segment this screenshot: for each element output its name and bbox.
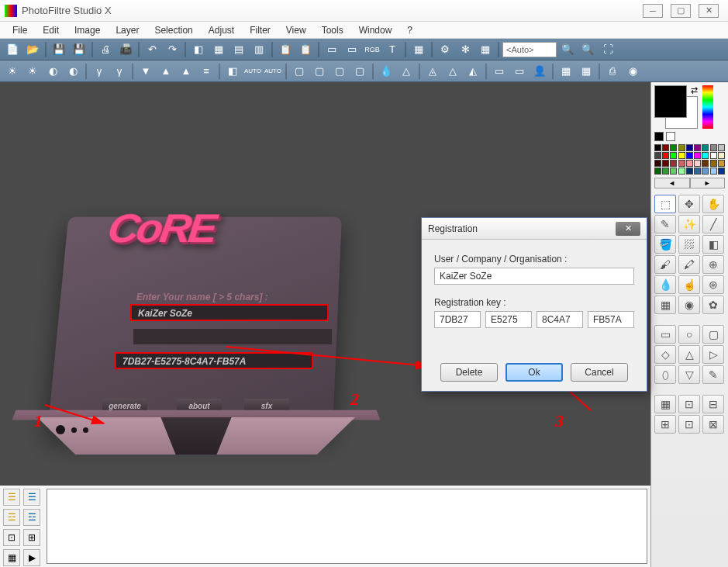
- shape-poly-icon[interactable]: ▽: [678, 365, 700, 384]
- palette-color[interactable]: [686, 144, 693, 151]
- palette-color[interactable]: [718, 152, 725, 159]
- cancel-button[interactable]: Cancel: [571, 363, 628, 382]
- new-icon[interactable]: 📄: [3, 41, 22, 58]
- user-input[interactable]: [434, 268, 634, 285]
- mini-swatch[interactable]: [654, 132, 664, 141]
- shape-triangle2-icon[interactable]: ▷: [702, 345, 724, 364]
- blur-tool-icon[interactable]: 💧: [654, 275, 676, 294]
- blur-icon[interactable]: 💧: [377, 63, 395, 80]
- layers-icon[interactable]: ▦: [409, 41, 428, 58]
- palette-prev-button[interactable]: ◄: [654, 178, 690, 188]
- filter-icon[interactable]: ▢: [310, 63, 329, 80]
- layer-tool-icon[interactable]: ⊡: [3, 529, 20, 546]
- advbrush-tool-icon[interactable]: 🖍: [678, 255, 700, 274]
- palette-color[interactable]: [670, 160, 677, 167]
- shape-diamond-icon[interactable]: ◇: [654, 345, 676, 364]
- palette-color[interactable]: [702, 152, 709, 159]
- auto-icon[interactable]: AUTO: [264, 63, 282, 80]
- menu-edit[interactable]: Edit: [35, 23, 67, 37]
- tool-icon[interactable]: ▦: [209, 41, 228, 58]
- art-tool-icon[interactable]: ✿: [702, 296, 724, 314]
- histogram-icon[interactable]: ▲: [177, 63, 195, 80]
- key-input-1[interactable]: [434, 311, 481, 328]
- palette-color[interactable]: [694, 160, 701, 167]
- export-icon[interactable]: ⎙: [603, 63, 622, 80]
- shape-ellipse-icon[interactable]: ○: [678, 325, 700, 344]
- maximize-button[interactable]: ▢: [671, 4, 691, 18]
- sel-opt-icon[interactable]: ⊡: [678, 395, 700, 413]
- sel-opt-icon[interactable]: ⊞: [654, 415, 676, 434]
- spray-tool-icon[interactable]: ⛆: [678, 235, 700, 254]
- layer-tool-icon[interactable]: ☰: [3, 489, 20, 506]
- filter-icon[interactable]: ▢: [330, 63, 349, 80]
- pipette-tool-icon[interactable]: ✎: [654, 215, 676, 233]
- palette-color[interactable]: [702, 168, 709, 175]
- palette-color[interactable]: [718, 144, 725, 151]
- zoom-out-icon[interactable]: 🔍: [558, 41, 577, 58]
- automate-icon[interactable]: ⚙: [436, 41, 454, 58]
- delete-button[interactable]: Delete: [440, 363, 498, 382]
- menu-filter[interactable]: Filter: [242, 23, 278, 37]
- tool-icon[interactable]: ▭: [343, 41, 361, 58]
- swap-colors-icon[interactable]: ⇄: [691, 85, 698, 95]
- gradient-icon[interactable]: ▭: [510, 63, 529, 80]
- move-tool-icon[interactable]: ✥: [678, 195, 700, 213]
- gamma-minus-icon[interactable]: γ: [90, 63, 109, 80]
- effect-icon[interactable]: ◬: [423, 63, 442, 80]
- undo-icon[interactable]: ↶: [143, 41, 161, 58]
- mini-swatch[interactable]: [666, 132, 675, 141]
- line-tool-icon[interactable]: ╱: [702, 215, 724, 233]
- stamp-tool-icon[interactable]: ⊕: [702, 255, 724, 274]
- layer-tool-icon[interactable]: ▶: [23, 549, 40, 566]
- menu-view[interactable]: View: [278, 23, 314, 37]
- palette-color[interactable]: [702, 160, 709, 167]
- brush-tool-icon[interactable]: 🖌: [654, 255, 676, 274]
- deform-tool-icon[interactable]: ◉: [678, 296, 700, 314]
- menu-tools[interactable]: Tools: [314, 23, 351, 37]
- fill-tool-icon[interactable]: 🪣: [654, 235, 676, 254]
- retouch-tool-icon[interactable]: ▦: [654, 296, 676, 314]
- palette-color[interactable]: [678, 144, 685, 151]
- shape-rect-icon[interactable]: ▭: [654, 325, 676, 344]
- palette-color[interactable]: [694, 168, 701, 175]
- palette-color[interactable]: [670, 152, 677, 159]
- print-icon[interactable]: 🖨: [96, 41, 115, 58]
- sel-opt-icon[interactable]: ⊟: [702, 395, 724, 413]
- preview-canvas[interactable]: [47, 489, 647, 564]
- levels-icon[interactable]: ≡: [197, 63, 216, 80]
- sel-opt-icon[interactable]: ▦: [654, 395, 676, 413]
- tool-icon[interactable]: ▤: [229, 41, 248, 58]
- palette-color[interactable]: [654, 168, 661, 175]
- module-icon[interactable]: ▦: [557, 63, 575, 80]
- filter-icon[interactable]: ▢: [350, 63, 369, 80]
- effect-icon[interactable]: △: [443, 63, 462, 80]
- hand-tool-icon[interactable]: ✋: [702, 195, 724, 213]
- menu-layer[interactable]: Layer: [108, 23, 147, 37]
- selection-tool-icon[interactable]: ⬚: [654, 195, 676, 213]
- sat-plus-icon[interactable]: ▲: [157, 63, 175, 80]
- browse-icon[interactable]: ▦: [476, 41, 495, 58]
- filter-icon[interactable]: ▢: [290, 63, 309, 80]
- palette-color[interactable]: [670, 168, 677, 175]
- palette-color[interactable]: [694, 152, 701, 159]
- palette-next-button[interactable]: ►: [690, 178, 726, 188]
- palette-color[interactable]: [694, 144, 701, 151]
- save-icon[interactable]: 💾: [50, 41, 68, 58]
- scan-icon[interactable]: 📠: [116, 41, 135, 58]
- redo-icon[interactable]: ↷: [163, 41, 181, 58]
- keygen-middle-field[interactable]: [133, 329, 332, 344]
- hue-strip[interactable]: [702, 85, 713, 129]
- clone-tool-icon[interactable]: ⊛: [702, 275, 724, 294]
- palette-color[interactable]: [718, 160, 725, 167]
- palette-color[interactable]: [654, 144, 661, 151]
- dialog-title-bar[interactable]: Registration ✕: [422, 218, 647, 240]
- fullscreen-icon[interactable]: ⛶: [599, 41, 617, 58]
- photomask-icon[interactable]: 👤: [530, 63, 549, 80]
- palette-color[interactable]: [718, 168, 725, 175]
- palette-color[interactable]: [662, 160, 669, 167]
- shape-free-icon[interactable]: ✎: [702, 365, 724, 384]
- key-input-3[interactable]: [537, 311, 583, 328]
- palette-color[interactable]: [662, 144, 669, 151]
- palette-color[interactable]: [678, 168, 685, 175]
- brightness-plus-icon[interactable]: ☀: [23, 63, 42, 80]
